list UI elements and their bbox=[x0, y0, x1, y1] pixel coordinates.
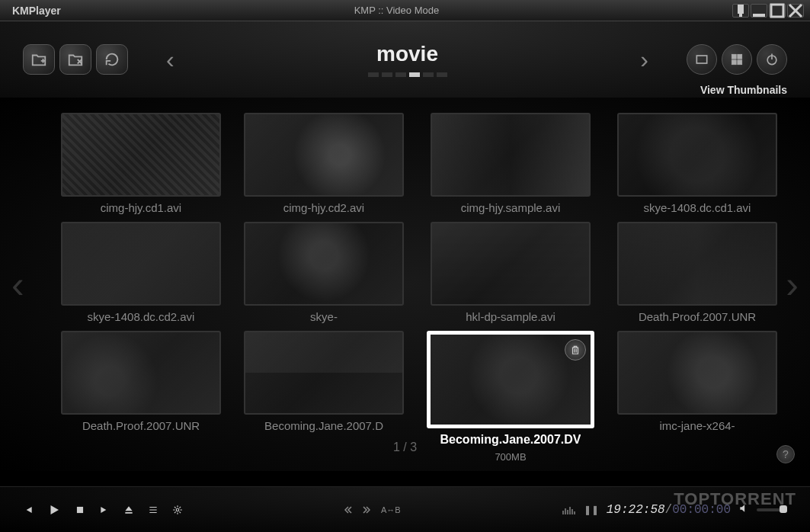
remove-folder-button[interactable] bbox=[59, 44, 91, 75]
thumbnail-item[interactable]: hkl-dp-sample.avi bbox=[427, 222, 594, 323]
window-title: KMP :: Video Mode bbox=[61, 5, 732, 16]
svg-rect-2 bbox=[753, 14, 765, 17]
fullscreen-button[interactable] bbox=[687, 44, 717, 75]
dot[interactable] bbox=[382, 72, 392, 77]
svg-rect-18 bbox=[574, 511, 575, 514]
step-back-button[interactable] bbox=[344, 506, 352, 514]
dot[interactable] bbox=[437, 72, 447, 77]
dot[interactable] bbox=[368, 72, 379, 77]
thumbnail-label: cimg-hjy.sample.avi bbox=[461, 201, 561, 214]
thumbnail-image bbox=[244, 113, 404, 197]
thumbnail-item[interactable]: Death.Proof.2007.UNR bbox=[61, 331, 221, 463]
maximize-button[interactable] bbox=[769, 4, 786, 18]
window-controls bbox=[732, 4, 804, 18]
add-folder-button[interactable] bbox=[23, 44, 55, 75]
thumbnail-item[interactable]: skye-1408.dc.cd1.avi bbox=[617, 113, 777, 214]
thumbnail-item[interactable]: cimg-hjy.cd2.avi bbox=[244, 113, 404, 214]
help-button[interactable]: ? bbox=[776, 445, 795, 463]
eject-button[interactable] bbox=[123, 505, 134, 515]
thumbnail-label: Becoming.Jane.2007.D bbox=[264, 419, 383, 432]
svg-rect-14 bbox=[565, 508, 566, 514]
thumbnail-item[interactable]: Becoming.Jane.2007.D bbox=[244, 331, 404, 463]
thumbnail-item[interactable]: skye-1408.dc.cd2.avi bbox=[61, 222, 221, 323]
thumbnail-image bbox=[427, 331, 594, 428]
thumbnail-label: skye- bbox=[310, 310, 338, 323]
close-button[interactable] bbox=[787, 4, 804, 18]
thumbnail-label: skye-1408.dc.cd2.avi bbox=[88, 310, 195, 323]
svg-rect-5 bbox=[732, 54, 736, 59]
playlist-button[interactable] bbox=[148, 505, 158, 515]
svg-rect-0 bbox=[738, 5, 744, 14]
dot-active[interactable] bbox=[409, 72, 420, 77]
thumbnail-content: ‹ › cimg-hjy.cd1.avi cimg-hjy.cd2.avi ci… bbox=[0, 98, 810, 471]
pin-button[interactable] bbox=[732, 4, 749, 18]
thumbnail-item[interactable]: Death.Proof.2007.UNR bbox=[617, 222, 777, 323]
svg-rect-16 bbox=[569, 507, 571, 514]
minimize-button[interactable] bbox=[751, 4, 767, 18]
svg-rect-1 bbox=[739, 14, 742, 17]
top-toolbar: ‹ movie › View Thumbnails bbox=[0, 21, 810, 98]
thumbnail-image bbox=[61, 222, 221, 306]
thumbnail-label: cimg-hjy.cd1.avi bbox=[101, 201, 181, 214]
thumbnail-label: imc-jane-x264- bbox=[659, 419, 735, 432]
thumbnail-size: 700MB bbox=[495, 451, 526, 463]
svg-rect-3 bbox=[771, 5, 783, 17]
svg-rect-11 bbox=[77, 506, 83, 512]
view-mode-label: View Thumbnails bbox=[700, 84, 787, 96]
thumbnail-item[interactable]: cimg-hjy.sample.avi bbox=[427, 113, 594, 214]
svg-point-12 bbox=[176, 508, 179, 511]
watermark: TOPTORRENT bbox=[674, 489, 796, 509]
svg-rect-6 bbox=[738, 54, 742, 59]
settings-button[interactable] bbox=[172, 505, 183, 515]
thumbnail-image bbox=[244, 331, 404, 415]
thumbnail-grid: cimg-hjy.cd1.avi cimg-hjy.cd2.avi cimg-h… bbox=[61, 113, 749, 448]
thumbnail-item[interactable]: skye- bbox=[244, 222, 404, 323]
dot[interactable] bbox=[423, 72, 434, 77]
titlebar: KMPlayer KMP :: Video Mode bbox=[0, 0, 810, 21]
thumbnails-button[interactable] bbox=[722, 44, 752, 75]
svg-rect-4 bbox=[696, 56, 706, 63]
thumbnail-image bbox=[617, 222, 777, 306]
category-title: movie bbox=[376, 42, 438, 66]
page-prev-button[interactable]: ‹ bbox=[11, 262, 24, 306]
page-next-button[interactable]: › bbox=[786, 262, 799, 306]
thumbnail-label: Becoming.Jane.2007.DV bbox=[440, 433, 581, 447]
thumbnail-item[interactable]: cimg-hjy.cd1.avi bbox=[61, 113, 221, 214]
ab-repeat-button[interactable]: A↔B bbox=[381, 505, 401, 514]
prev-track-button[interactable] bbox=[23, 505, 34, 515]
dot[interactable] bbox=[395, 72, 406, 77]
thumbnail-image bbox=[244, 222, 404, 306]
next-track-button[interactable] bbox=[99, 505, 110, 515]
svg-rect-13 bbox=[562, 511, 564, 514]
thumbnail-item[interactable]: imc-jane-x264- bbox=[617, 331, 777, 463]
thumbnail-image bbox=[431, 222, 591, 306]
svg-rect-7 bbox=[732, 60, 736, 65]
pause-icon: ❚❚ bbox=[584, 505, 599, 515]
thumbnail-image bbox=[617, 113, 777, 197]
stop-button[interactable] bbox=[75, 505, 85, 515]
eq-icon bbox=[562, 505, 576, 514]
thumbnail-label: skye-1408.dc.cd1.avi bbox=[644, 201, 751, 214]
app-name: KMPlayer bbox=[6, 5, 61, 17]
thumbnail-item-selected[interactable]: Becoming.Jane.2007.DV 700MB bbox=[427, 331, 594, 463]
svg-rect-17 bbox=[571, 509, 573, 514]
thumbnail-image bbox=[431, 113, 591, 197]
category-next-button[interactable]: › bbox=[640, 46, 648, 74]
category-dots bbox=[368, 72, 447, 77]
thumbnail-label: cimg-hjy.cd2.avi bbox=[283, 201, 364, 214]
power-button[interactable] bbox=[757, 44, 787, 75]
svg-rect-15 bbox=[567, 510, 568, 514]
step-fwd-button[interactable] bbox=[363, 506, 370, 514]
thumbnail-image bbox=[617, 331, 777, 415]
thumbnail-label: Death.Proof.2007.UNR bbox=[82, 419, 200, 432]
thumbnail-image bbox=[61, 113, 221, 197]
refresh-button[interactable] bbox=[96, 44, 128, 75]
thumbnail-label: Death.Proof.2007.UNR bbox=[639, 310, 756, 323]
svg-rect-8 bbox=[738, 60, 742, 65]
thumbnail-image bbox=[61, 331, 221, 415]
category-prev-button[interactable]: ‹ bbox=[166, 46, 174, 74]
play-button[interactable] bbox=[47, 503, 61, 517]
delete-icon[interactable] bbox=[565, 339, 586, 361]
thumbnail-label: hkl-dp-sample.avi bbox=[466, 310, 555, 323]
